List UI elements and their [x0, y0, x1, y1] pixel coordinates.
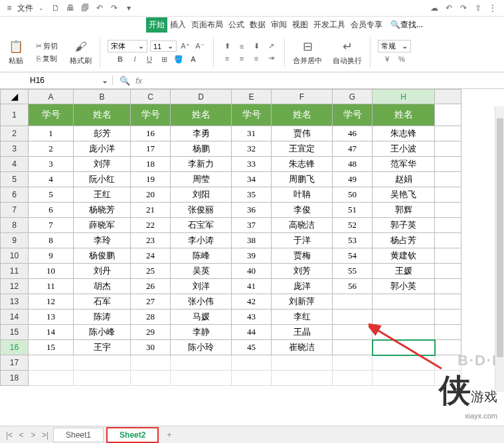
table-cell[interactable]: 54 [333, 248, 373, 264]
table-cell[interactable]: 吴英 [171, 264, 232, 279]
table-cell[interactable]: 高晓洁 [272, 218, 333, 233]
table-cell[interactable]: 王媛 [373, 264, 435, 279]
table-cell[interactable]: 陈涛 [74, 310, 131, 325]
table-cell[interactable]: 55 [333, 264, 373, 279]
table-cell[interactable] [29, 355, 74, 371]
sheet-tab-1[interactable]: Sheet1 [53, 428, 104, 442]
align-right-icon[interactable]: ≡ [250, 53, 262, 64]
cell-reference-input[interactable] [4, 76, 70, 85]
tab-review[interactable]: 审阅 [268, 17, 290, 33]
column-header[interactable]: H [373, 90, 435, 104]
table-cell[interactable]: 彭芳 [74, 126, 131, 141]
table-cell[interactable]: 39 [232, 248, 272, 264]
table-header-cell[interactable]: 学号 [333, 104, 373, 126]
table-header-cell[interactable]: 学号 [29, 104, 74, 126]
save-icon[interactable]: 🗋 [49, 2, 62, 14]
align-center-icon[interactable]: ≡ [236, 53, 248, 64]
table-cell[interactable]: 25 [131, 264, 171, 279]
table-cell[interactable] [272, 355, 333, 371]
table-cell[interactable] [373, 340, 435, 355]
currency-icon[interactable]: ¥ [381, 54, 393, 64]
table-cell[interactable] [272, 371, 333, 386]
table-cell[interactable]: 刘芳 [272, 264, 333, 279]
table-cell[interactable]: 崔晓洁 [272, 340, 333, 355]
table-cell[interactable]: 薛晓军 [74, 218, 131, 233]
table-cell[interactable]: 李静 [171, 325, 232, 340]
table-cell[interactable]: 22 [131, 218, 171, 233]
table-cell[interactable]: 49 [333, 172, 373, 187]
align-middle-icon[interactable]: ≡ [236, 41, 248, 52]
table-cell[interactable]: 7 [29, 218, 74, 233]
table-cell[interactable] [373, 310, 435, 325]
table-cell[interactable]: 范军华 [373, 157, 435, 172]
table-cell[interactable]: 4 [29, 172, 74, 187]
table-cell[interactable] [333, 371, 373, 386]
row-header[interactable]: 18 [1, 371, 29, 386]
table-cell[interactable]: 42 [232, 294, 272, 310]
table-cell[interactable]: 9 [29, 248, 74, 264]
table-cell[interactable]: 陈小玲 [171, 340, 232, 355]
table-cell[interactable]: 11 [29, 279, 74, 294]
table-cell[interactable]: 周莹 [171, 172, 232, 187]
table-cell[interactable]: 51 [333, 203, 373, 218]
select-all-corner[interactable]: ◢ [1, 90, 29, 104]
tab-dev[interactable]: 开发工具 [311, 17, 348, 33]
table-cell[interactable]: 56 [333, 279, 373, 294]
table-cell[interactable]: 36 [232, 203, 272, 218]
table-cell[interactable]: 1 [29, 126, 74, 141]
table-cell[interactable] [333, 294, 373, 310]
table-cell[interactable] [373, 294, 435, 310]
table-cell[interactable]: 石军 [74, 294, 131, 310]
table-cell[interactable]: 王晶 [272, 325, 333, 340]
table-cell[interactable]: 35 [232, 187, 272, 203]
table-cell[interactable]: 37 [232, 218, 272, 233]
row-header[interactable]: 8 [1, 218, 29, 233]
table-cell[interactable]: 王红 [74, 187, 131, 203]
table-header-cell[interactable]: 姓名 [74, 104, 131, 126]
redo-icon[interactable]: ↷ [108, 2, 121, 14]
tab-data[interactable]: 数据 [247, 17, 268, 33]
table-cell[interactable]: 马媛 [171, 310, 232, 325]
table-cell[interactable]: 刘洋 [171, 279, 232, 294]
table-cell[interactable]: 刘新萍 [272, 294, 333, 310]
table-cell[interactable]: 31 [232, 126, 272, 141]
sheet-tab-2[interactable]: Sheet2 [106, 427, 159, 443]
number-format-select[interactable]: 常规⌄ [378, 40, 411, 52]
table-cell[interactable]: 16 [131, 126, 171, 141]
table-cell[interactable] [232, 371, 272, 386]
print-preview-icon[interactable]: 🗐 [78, 2, 92, 14]
sheet-nav-last-icon[interactable]: >| [40, 430, 50, 440]
spreadsheet-grid[interactable]: ◢ ABCDEFGH 1学号姓名学号姓名学号姓名学号姓名21彭芳16李勇31贾伟… [0, 89, 504, 434]
table-cell[interactable] [232, 355, 272, 371]
table-cell[interactable]: 45 [232, 340, 272, 355]
bold-icon[interactable]: B [114, 54, 126, 64]
table-cell[interactable]: 叶聃 [272, 187, 333, 203]
table-cell[interactable]: 34 [232, 172, 272, 187]
table-cell[interactable] [373, 355, 435, 371]
table-cell[interactable]: 38 [232, 233, 272, 248]
table-cell[interactable] [333, 310, 373, 325]
table-cell[interactable]: 李红 [272, 310, 333, 325]
table-cell[interactable]: 刘萍 [74, 157, 131, 172]
tab-view[interactable]: 视图 [290, 17, 311, 33]
file-menu[interactable]: 文件 [17, 3, 33, 14]
table-cell[interactable]: 庞小洋 [74, 141, 131, 157]
search-fx-icon[interactable]: 🔍 [120, 76, 130, 86]
column-header[interactable]: B [74, 90, 131, 104]
table-cell[interactable]: 32 [232, 141, 272, 157]
font-size-select[interactable]: 11⌄ [150, 41, 177, 52]
row-header[interactable]: 5 [1, 172, 29, 187]
row-header[interactable]: 17 [1, 355, 29, 371]
format-painter-button[interactable]: 🖌 格式刷 [67, 37, 94, 67]
table-cell[interactable]: 21 [131, 203, 171, 218]
row-header[interactable]: 12 [1, 279, 29, 294]
merge-center-button[interactable]: ⊟ 合并居中 [290, 37, 325, 67]
undo2-icon[interactable]: ↶ [442, 2, 456, 14]
percent-icon[interactable]: % [396, 54, 408, 64]
column-header[interactable]: E [232, 90, 272, 104]
print-icon[interactable]: 🖶 [64, 2, 77, 14]
column-header[interactable]: G [333, 90, 373, 104]
table-cell[interactable]: 刘丹 [74, 264, 131, 279]
scrollbar-thumb[interactable] [497, 118, 503, 357]
table-cell[interactable] [373, 371, 435, 386]
